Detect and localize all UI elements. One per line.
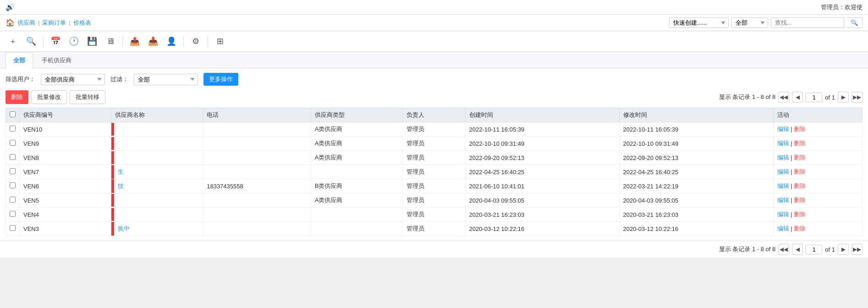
monitor-icon[interactable]: 🖥 — [103, 34, 118, 49]
action-buttons: 删除 批量修改 批量转移 — [5, 90, 105, 104]
row-checkbox[interactable] — [10, 168, 16, 174]
first-page-btn[interactable]: ◀◀ — [778, 92, 789, 103]
row-delete-link[interactable]: 删除 — [794, 225, 806, 232]
vendor-name-link[interactable]: 执中 — [114, 222, 133, 236]
nav-link-price[interactable]: 价格表 — [73, 19, 91, 27]
vendor-name — [111, 208, 203, 222]
row-checkbox[interactable] — [10, 140, 16, 146]
bottom-next-page-btn[interactable]: ▶ — [838, 244, 849, 255]
nav-right: 快速创建...... 全部 🔍 — [669, 17, 863, 28]
nav-link-purchase[interactable]: 采购订单 — [42, 19, 66, 27]
save-icon[interactable]: 💾 — [85, 34, 99, 49]
edit-link[interactable]: 编辑 — [777, 168, 789, 175]
edit-link[interactable]: 编辑 — [777, 225, 789, 232]
bottom-first-page-btn[interactable]: ◀◀ — [778, 244, 789, 255]
vendor-actions: 编辑 | 删除 — [773, 137, 862, 151]
type-filter-select[interactable]: 全部 — [134, 74, 198, 85]
vendor-name-link[interactable] — [114, 151, 121, 164]
vendor-owner: 管理员 — [402, 193, 465, 208]
row-delete-link[interactable]: 删除 — [794, 126, 806, 132]
row-checkbox[interactable] — [10, 197, 16, 203]
select-all-checkbox[interactable] — [10, 111, 16, 117]
row-checkbox[interactable] — [10, 154, 16, 160]
vendor-actions: 编辑 | 删除 — [773, 222, 862, 236]
table-row: VEN4 管理员2020-03-21 16:23:032020-03-21 16… — [6, 208, 863, 222]
bottom-last-page-btn[interactable]: ▶▶ — [852, 244, 863, 255]
user-filter-label: 筛选用户： — [5, 75, 35, 83]
row-delete-link[interactable]: 删除 — [794, 140, 806, 147]
vendor-created: 2022-09-20 09:52:13 — [465, 151, 619, 165]
toolbar-sep-2 — [122, 36, 123, 47]
more-operations-button[interactable]: 更多操作 — [203, 73, 238, 86]
table-row: VEN6 技 18337435558B类供应商管理员2021-06-10 10:… — [6, 179, 863, 193]
last-page-btn[interactable]: ▶▶ — [852, 92, 863, 103]
vendor-phone — [203, 122, 311, 137]
batch-transfer-button[interactable]: 批量转移 — [70, 90, 105, 104]
vendor-modified: 2022-03-21 14:22:19 — [619, 179, 773, 193]
vendor-name-link[interactable]: 生 — [114, 165, 127, 179]
vendor-name-link[interactable] — [114, 194, 121, 207]
settings-icon[interactable]: ⚙ — [188, 34, 203, 49]
add-icon[interactable]: ＋ — [5, 34, 20, 49]
nav-link-supplier[interactable]: 供应商 — [17, 19, 35, 27]
toolbar: ＋ 🔍 📅 🕐 💾 🖥 📤 📥 👤 ⚙ ⊞ — [0, 31, 868, 52]
vendor-created: 2021-06-10 10:41:01 — [465, 179, 619, 193]
upload-icon[interactable]: 📤 — [127, 34, 142, 49]
row-checkbox-cell — [6, 193, 20, 208]
row-checkbox-cell — [6, 222, 20, 236]
nav-filter-select[interactable]: 全部 — [731, 17, 768, 28]
row-delete-link[interactable]: 删除 — [794, 154, 806, 161]
vendor-phone — [203, 208, 311, 222]
toolbar-sep-1 — [43, 36, 44, 47]
vendor-modified: 2020-03-21 16:23:03 — [619, 208, 773, 222]
delete-button[interactable]: 删除 — [5, 90, 28, 104]
row-delete-link[interactable]: 删除 — [794, 197, 806, 204]
batch-edit-button[interactable]: 批量修改 — [31, 90, 67, 104]
edit-link[interactable]: 编辑 — [777, 126, 789, 132]
row-checkbox[interactable] — [10, 225, 16, 231]
edit-link[interactable]: 编辑 — [777, 182, 789, 189]
download-icon[interactable]: 📥 — [146, 34, 160, 49]
vendor-name-link[interactable] — [114, 123, 121, 136]
quick-create-select[interactable]: 快速创建...... — [669, 17, 729, 28]
vendor-name-link[interactable]: 技 — [114, 179, 127, 193]
search-button[interactable]: 🔍 — [847, 17, 863, 28]
header-owner: 负责人 — [402, 108, 465, 122]
vendor-phone — [203, 151, 311, 165]
bottom-page-number-input[interactable] — [806, 245, 822, 254]
row-delete-link[interactable]: 删除 — [794, 211, 806, 218]
bottom-prev-page-btn[interactable]: ◀ — [792, 244, 803, 255]
grid-icon[interactable]: ⊞ — [213, 34, 227, 49]
edit-link[interactable]: 编辑 — [777, 197, 789, 204]
row-checkbox[interactable] — [10, 211, 16, 217]
row-checkbox-cell — [6, 179, 20, 193]
row-checkbox[interactable] — [10, 182, 16, 188]
search-toolbar-icon[interactable]: 🔍 — [24, 34, 38, 49]
vendor-name-link[interactable] — [114, 208, 121, 221]
edit-link[interactable]: 编辑 — [777, 154, 789, 161]
tab-all[interactable]: 全部 — [5, 52, 33, 68]
search-input[interactable] — [771, 17, 844, 28]
home-icon[interactable]: 🏠 — [5, 18, 15, 27]
prev-page-btn[interactable]: ◀ — [792, 92, 803, 103]
row-delete-link[interactable]: 删除 — [794, 182, 806, 189]
vendor-name — [111, 151, 203, 165]
row-delete-link[interactable]: 删除 — [794, 168, 806, 175]
page-number-input[interactable] — [806, 93, 822, 102]
tab-bar: 全部 手机供应商 — [0, 52, 868, 68]
calendar-icon[interactable]: 📅 — [48, 34, 63, 49]
vendor-id: VEN3 — [20, 222, 111, 236]
header-actions: 活动 — [773, 108, 862, 122]
toolbar-sep-3 — [183, 36, 184, 47]
next-page-btn[interactable]: ▶ — [838, 92, 849, 103]
tab-mobile-supplier[interactable]: 手机供应商 — [34, 52, 79, 68]
edit-link[interactable]: 编辑 — [777, 140, 789, 147]
user-icon[interactable]: 👤 — [164, 34, 179, 49]
vendor-type: A类供应商 — [311, 193, 402, 208]
edit-link[interactable]: 编辑 — [777, 211, 789, 218]
user-filter-select[interactable]: 全部供应商 — [41, 74, 105, 85]
clock-icon[interactable]: 🕐 — [66, 34, 81, 49]
row-checkbox[interactable] — [10, 126, 16, 132]
vendor-actions: 编辑 | 删除 — [773, 122, 862, 137]
vendor-name-link[interactable] — [114, 137, 121, 150]
